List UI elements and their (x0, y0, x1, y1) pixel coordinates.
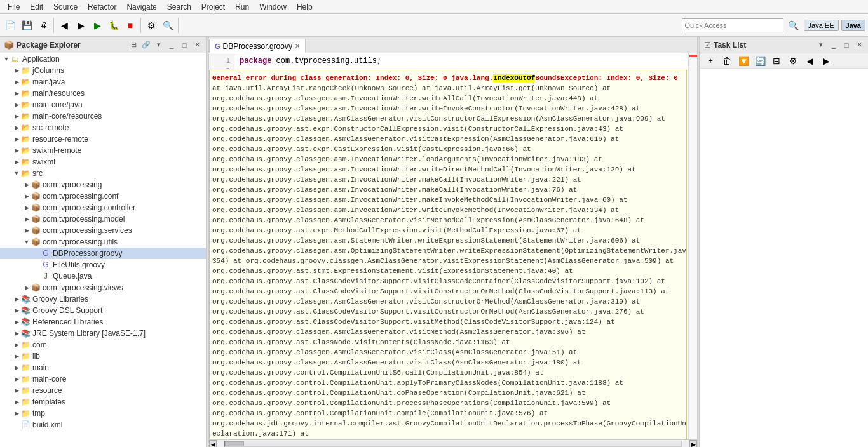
tree-item-resource[interactable]: ▶ 📁 resource (0, 385, 206, 396)
arrow-jre[interactable]: ▶ (13, 330, 20, 337)
quick-access-input[interactable] (682, 18, 783, 32)
tree-item-groovy-libs[interactable]: ▶ 📚 Groovy Libraries (0, 293, 206, 305)
arrow-views[interactable]: ▶ (23, 284, 31, 291)
close-panel-btn[interactable]: ✕ (192, 40, 202, 50)
tree-item-controller[interactable]: ▶ 📦 com.tvprocessing.controller (0, 202, 206, 213)
tree-item-jcolumns[interactable]: ▶ 📁 jColumns (0, 65, 206, 76)
menu-help[interactable]: Help (292, 1, 318, 13)
quick-access-search-btn[interactable]: 🔍 (786, 18, 801, 33)
arrow-groovy-dsl[interactable]: ▶ (13, 307, 20, 314)
tree-item-srcremote[interactable]: ▶ 📂 src-remote (0, 122, 206, 133)
menu-run[interactable]: Run (230, 1, 254, 13)
menu-window[interactable]: Window (254, 1, 292, 13)
menu-file[interactable]: File (3, 1, 25, 13)
java-ee-perspective-btn[interactable]: Java EE (804, 20, 839, 31)
tree-item-tmp[interactable]: ▶ 📁 tmp (0, 408, 206, 419)
arrow-resource[interactable]: ▶ (13, 387, 20, 394)
tree-item-model[interactable]: ▶ 📦 com.tvprocessing.model (0, 213, 206, 225)
arrow-groovy-libs[interactable]: ▶ (13, 295, 20, 303)
task-filter-btn[interactable]: 🔽 (736, 53, 751, 69)
arrow-maincorejava[interactable]: ▶ (13, 101, 20, 109)
tree-item-templates[interactable]: ▶ 📁 templates (0, 396, 206, 408)
tree-item-maincorejava[interactable]: ▶ 📂 main-core/java (0, 99, 206, 110)
arrow-main[interactable]: ▶ (13, 364, 20, 371)
arrow-tmp[interactable]: ▶ (13, 410, 20, 417)
tree-item-queue[interactable]: ▶ J Queue.java (0, 270, 206, 282)
menu-project[interactable]: Project (196, 1, 230, 13)
minimize-btn[interactable]: _ (166, 40, 177, 50)
task-list-content[interactable] (700, 69, 868, 447)
package-explorer-tree[interactable]: ▼ 🗂 Application ▶ 📁 jColumns ▶ 📂 main/ja… (0, 53, 206, 447)
tree-item-lib[interactable]: ▶ 📁 lib (0, 350, 206, 362)
arrow-srcremote[interactable]: ▶ (13, 124, 20, 131)
editor-tab-dbprocessor[interactable]: G DBProcessor.groovy ✕ (209, 39, 306, 53)
scroll-track[interactable] (224, 441, 682, 447)
view-menu-btn[interactable]: ▾ (154, 40, 164, 50)
menu-edit[interactable]: Edit (25, 1, 48, 13)
task-next-btn[interactable]: ▶ (818, 53, 834, 69)
tree-item-conf[interactable]: ▶ 📦 com.tvprocessing.conf (0, 190, 206, 202)
tree-item-maincore[interactable]: ▶ 📁 main-core (0, 373, 206, 385)
tree-item-groovy-dsl[interactable]: ▶ 📚 Groovy DSL Support (0, 305, 206, 316)
tree-item-views[interactable]: ▶ 📦 com.tvprocessing.views (0, 282, 206, 293)
task-delete-btn[interactable]: 🗑 (719, 53, 735, 69)
tree-item-dbprocessor[interactable]: ▶ G DBProcessor.groovy (0, 248, 206, 259)
save-button[interactable]: 💾 (19, 18, 34, 33)
scroll-thumb[interactable] (225, 441, 244, 446)
menu-refactor[interactable]: Refactor (83, 1, 121, 13)
task-settings-btn[interactable]: ⚙ (785, 53, 801, 69)
tree-item-buildxml[interactable]: ▶ 📄 build.xml (0, 419, 206, 430)
menu-source[interactable]: Source (48, 1, 83, 13)
tree-item-services[interactable]: ▶ 📦 com.tvprocessing.services (0, 225, 206, 236)
tree-item-resourceremote[interactable]: ▶ 📂 resource-remote (0, 133, 206, 145)
run-button[interactable]: ▶ (90, 18, 105, 33)
tree-item-com-tvprocessing[interactable]: ▶ 📦 com.tvprocessing (0, 179, 206, 190)
arrow-mainjava[interactable]: ▶ (13, 78, 20, 86)
task-sync-btn[interactable]: 🔄 (752, 53, 768, 69)
arrow-src[interactable]: ▼ (13, 170, 20, 177)
tree-item-com[interactable]: ▶ 📁 com (0, 339, 206, 350)
tree-item-referenced-libs[interactable]: ▶ 📚 Referenced Libraries (0, 316, 206, 328)
error-panel[interactable]: General error during class generation: I… (209, 70, 687, 439)
arrow-controller[interactable]: ▶ (23, 204, 31, 211)
collapse-all-btn[interactable]: ⊟ (128, 40, 139, 50)
menu-navigate[interactable]: Navigate (121, 1, 161, 13)
arrow-swixmlremote[interactable]: ▶ (13, 147, 20, 154)
task-view-menu-btn[interactable]: ▾ (816, 40, 826, 50)
arrow-utils[interactable]: ▼ (23, 238, 31, 246)
tree-item-swixml[interactable]: ▶ 📂 swixml (0, 156, 206, 168)
java-perspective-btn[interactable]: Java (841, 20, 865, 31)
editor-tab-close-btn[interactable]: ✕ (295, 43, 300, 50)
arrow-services[interactable]: ▶ (23, 227, 31, 234)
new-button[interactable]: 📄 (3, 18, 18, 33)
arrow-mainresources[interactable]: ▶ (13, 90, 20, 97)
tree-item-jre[interactable]: ▶ 📚 JRE System Library [JavaSE-1.7] (0, 328, 206, 339)
arrow-application[interactable]: ▼ (3, 55, 10, 63)
arrow-model[interactable]: ▶ (23, 215, 31, 223)
stop-button[interactable]: ■ (123, 18, 138, 33)
task-collapse-btn[interactable]: ⊟ (769, 53, 784, 69)
menu-search[interactable]: Search (162, 1, 196, 13)
arrow-referenced-libs[interactable]: ▶ (13, 318, 20, 326)
tree-item-mainjava[interactable]: ▶ 📂 main/java (0, 76, 206, 88)
arrow-maincoreresources[interactable]: ▶ (13, 112, 20, 120)
task-add-btn[interactable]: + (703, 53, 718, 69)
arrow-swixml[interactable]: ▶ (13, 158, 20, 166)
tree-item-utils[interactable]: ▼ 📦 com.tvprocessing.utils (0, 236, 206, 248)
arrow-lib[interactable]: ▶ (13, 352, 20, 360)
print-button[interactable]: 🖨 (36, 18, 51, 33)
task-close-btn[interactable]: ✕ (854, 40, 864, 50)
back-button[interactable]: ◀ (57, 18, 72, 33)
task-maximize-btn[interactable]: □ (841, 40, 851, 50)
tree-item-mainresources[interactable]: ▶ 📂 main/resources (0, 88, 206, 99)
arrow-com[interactable]: ▶ (13, 341, 20, 349)
editor-horizontal-scrollbar[interactable]: ◀ ▶ (209, 439, 697, 447)
tree-item-swixmlremote[interactable]: ▶ 📂 swixml-remote (0, 145, 206, 156)
tree-item-fileutils[interactable]: ▶ G FileUtils.groovy (0, 259, 206, 270)
debug-button[interactable]: 🐛 (106, 18, 121, 33)
forward-button[interactable]: ▶ (73, 18, 88, 33)
search-toolbar-button[interactable]: 🔍 (160, 18, 175, 33)
tree-item-main[interactable]: ▶ 📁 main (0, 362, 206, 373)
arrow-maincore[interactable]: ▶ (13, 375, 20, 383)
tree-item-src[interactable]: ▼ 📂 src (0, 168, 206, 179)
